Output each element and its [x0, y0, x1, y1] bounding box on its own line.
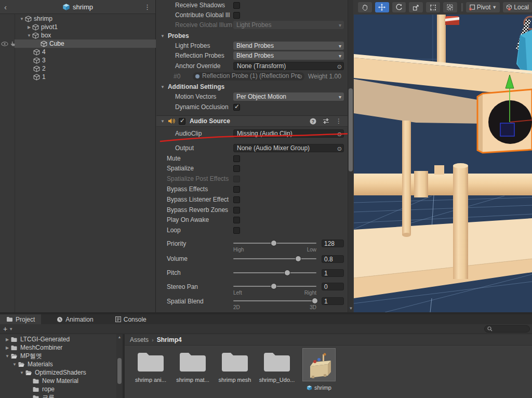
volume-slider[interactable] — [233, 255, 316, 262]
breadcrumb-assets[interactable]: Assets — [130, 336, 149, 343]
hierarchy-menu-icon[interactable]: ⋮ — [144, 3, 151, 11]
hierarchy-item-box[interactable]: ▼ box — [0, 31, 156, 39]
audio-source-title: Audio Source — [190, 117, 230, 125]
tree-item-meshcombiner[interactable]: ▶ MeshCombiner — [0, 343, 123, 352]
asset-folder-shrimp-ani[interactable]: shrimp ani... — [132, 351, 169, 383]
pitch-value-field[interactable]: 1 — [322, 269, 344, 277]
priority-value-field[interactable]: 128 — [322, 240, 344, 247]
bypass-listener-checkbox[interactable] — [233, 196, 240, 203]
output-field[interactable]: None (Audio Mixer Group)⊙ — [233, 144, 344, 152]
scrollbar-thumb[interactable] — [349, 88, 353, 171]
back-icon[interactable]: ‹ — [4, 0, 7, 14]
tree-scrollbar[interactable]: ▲ — [116, 334, 123, 398]
reflection-probes-dropdown[interactable]: Blend Probes — [233, 51, 344, 60]
pivot-toggle-button[interactable]: Pivot ▼ — [466, 2, 500, 12]
rect-tool-button[interactable] — [426, 2, 440, 12]
expander-icon[interactable]: ▼ — [11, 362, 18, 367]
rotate-tool-icon — [395, 4, 403, 11]
tree-item-rope[interactable]: rope — [0, 385, 123, 393]
scroll-down-icon[interactable]: ▼ — [349, 306, 353, 311]
object-picker-icon[interactable]: ⊙ — [337, 130, 342, 138]
tree-item-ltcgi[interactable]: ▶ LTCGI-Generated — [0, 335, 123, 343]
pitch-slider[interactable] — [233, 269, 316, 276]
motion-vectors-dropdown[interactable]: Per Object Motion — [233, 92, 344, 101]
object-picker-icon[interactable]: ⊙ — [337, 145, 342, 152]
asset-folder-shrimp-udo[interactable]: shrimp_Udo... — [258, 351, 296, 383]
transform-tool-button[interactable] — [443, 2, 457, 12]
anchor-override-field[interactable]: None (Transform)⊙ — [233, 62, 344, 70]
tree-item-new-material[interactable]: New Material — [0, 377, 123, 385]
contribute-gi-checkbox[interactable] — [233, 12, 240, 19]
stereo-pan-value-field[interactable]: 0 — [322, 283, 344, 290]
mute-checkbox[interactable] — [233, 155, 240, 162]
light-probes-dropdown[interactable]: Blend Probes — [233, 42, 344, 50]
hierarchy-item-4[interactable]: 4 — [0, 48, 156, 56]
object-picker-icon[interactable]: ⊙ — [337, 63, 342, 70]
tab-project[interactable]: Project — [0, 314, 41, 324]
inspector-scrollbar[interactable]: ▼ — [348, 0, 353, 312]
hierarchy-item-shrimp[interactable]: ▼ shrimp — [0, 15, 156, 23]
stereo-pan-slider[interactable] — [233, 283, 316, 290]
spatial-blend-slider[interactable] — [233, 297, 316, 304]
volume-value-field[interactable]: 0.8 — [322, 255, 344, 263]
audioclip-field[interactable]: Missing (Audio Clip)⊙ — [233, 129, 344, 138]
play-on-awake-checkbox[interactable] — [233, 217, 240, 223]
asset-folder-shrimp-mat[interactable]: shrimp mat... — [174, 351, 211, 383]
expander-icon[interactable]: ▼ — [4, 354, 10, 359]
tab-console[interactable]: Console — [109, 314, 153, 324]
move-tool-button[interactable] — [375, 2, 389, 12]
hierarchy-item-2[interactable]: 2 — [0, 64, 156, 73]
probes-foldout-icon[interactable]: ▼ — [161, 34, 165, 38]
scene-viewport[interactable] — [354, 15, 532, 312]
loop-checkbox[interactable] — [233, 227, 240, 234]
hierarchy-item-3[interactable]: 3 — [0, 56, 156, 64]
asset-folder-shrimp-mesh[interactable]: shrimp mesh — [216, 351, 254, 383]
audio-source-foldout-icon[interactable]: ▼ — [161, 119, 165, 124]
hierarchy-item-cube-selected[interactable]: Cube — [0, 39, 156, 48]
breadcrumb-current[interactable]: Shrimp4 — [157, 336, 182, 343]
tab-animation[interactable]: Animation — [50, 314, 99, 324]
presets-icon[interactable] — [323, 118, 329, 124]
receive-shadows-checkbox[interactable] — [233, 2, 240, 9]
audio-source-enabled-checkbox[interactable] — [179, 118, 185, 125]
scale-tool-button[interactable] — [409, 2, 423, 12]
component-menu-icon[interactable]: ⋮ — [336, 117, 342, 125]
bypass-effects-checkbox[interactable] — [233, 186, 240, 193]
asset-prefab-shrimp-selected[interactable]: shrimp — [300, 348, 338, 391]
receive-gi-dropdown[interactable]: Light Probes — [233, 21, 344, 29]
dynamic-occlusion-checkbox[interactable] — [233, 104, 240, 111]
tree-item-optimizedshaders[interactable]: ▼ OptimizedShaders — [0, 368, 123, 377]
hierarchy-item-1[interactable]: 1 — [0, 73, 156, 81]
bypass-reverb-checkbox[interactable] — [233, 207, 240, 214]
output-label: Output — [175, 144, 194, 152]
audio-source-header[interactable]: ▼ Audio Source ? ⋮ — [156, 115, 348, 127]
scrollbar-thumb[interactable] — [117, 358, 122, 384]
spatialize-checkbox[interactable] — [233, 165, 240, 172]
expander-icon[interactable]: ▶ — [4, 346, 10, 350]
spatial-blend-label: Spatial Blend — [167, 298, 204, 305]
picking-hand-icon[interactable] — [10, 41, 16, 47]
rotate-tool-button[interactable] — [392, 2, 406, 12]
hierarchy-item-pivot1[interactable]: ▶ pivot1 — [0, 23, 156, 31]
expander-icon[interactable]: ▼ — [26, 33, 32, 38]
tree-item-mp-helmet[interactable]: ▼ MP헬멧 — [0, 352, 123, 360]
tree-item-keureum[interactable]: 크름 — [0, 393, 123, 398]
help-icon[interactable]: ? — [310, 118, 316, 125]
expander-icon[interactable]: ▶ — [4, 337, 10, 342]
scroll-up-icon[interactable]: ▲ — [116, 335, 123, 339]
additional-settings-foldout-icon[interactable]: ▼ — [161, 85, 165, 89]
scale-tool-icon — [413, 4, 419, 11]
tree-item-materials[interactable]: ▼ Materials — [0, 360, 123, 368]
expander-icon[interactable]: ▼ — [19, 370, 25, 375]
priority-slider[interactable] — [233, 240, 316, 247]
local-toggle-button[interactable]: Local — [503, 2, 532, 12]
hand-tool-button[interactable] — [358, 2, 372, 12]
expander-icon[interactable]: ▼ — [19, 17, 25, 21]
create-asset-button[interactable]: + — [3, 325, 7, 333]
expander-icon[interactable]: ▶ — [26, 25, 32, 30]
visibility-eye-icon[interactable] — [1, 42, 8, 46]
spatial-blend-value-field[interactable]: 1 — [322, 297, 344, 305]
item-label: 4 — [42, 48, 46, 56]
project-search-input[interactable] — [484, 325, 530, 333]
create-caret-icon[interactable]: ▼ — [9, 327, 13, 331]
